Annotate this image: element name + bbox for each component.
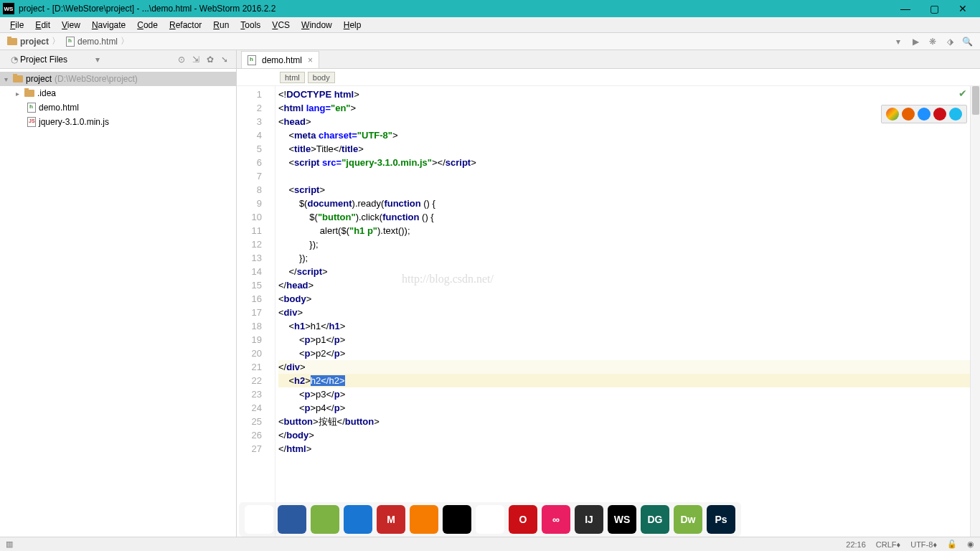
tree-item-label: jquery-3.1.0.min.js — [39, 117, 109, 127]
project-tool-window: ◔ Project Files ▾ ⊙ ⇲ ✿ ➘ ▾ project (D:\… — [0, 50, 237, 537]
breadcrumb-project[interactable]: project 〉 — [4, 34, 63, 49]
project-header: ◔ Project Files ▾ ⊙ ⇲ ✿ ➘ — [0, 50, 236, 69]
project-view-icon: ◔ — [9, 54, 20, 65]
menu-navigate[interactable]: Navigate — [86, 19, 131, 32]
status-hector-icon[interactable]: ◉ — [967, 540, 974, 549]
dock-app9[interactable]: ∞ — [542, 505, 570, 534]
project-tree[interactable]: ▾ project (D:\WebStore\project) ▸ .idea … — [0, 69, 236, 132]
dock-dreamweaver[interactable]: Dw — [674, 505, 702, 534]
breadcrumb-file-label: demo.html — [77, 37, 118, 47]
editor-breadcrumbs: html body — [237, 69, 980, 86]
status-bar: ▥ 22:16 CRLF♦ UTF-8♦ 🔓 ◉ — [0, 537, 980, 551]
tree-root-path: (D:\WebStore\project) — [55, 74, 138, 84]
status-encoding[interactable]: UTF-8♦ — [910, 540, 937, 549]
status-lock-icon[interactable]: 🔓 — [947, 540, 957, 549]
run-button[interactable]: ▶ — [908, 34, 923, 49]
dock-webstorm[interactable]: WS — [608, 505, 636, 534]
tree-item-label: .idea — [37, 88, 56, 98]
js-file-icon — [27, 117, 36, 127]
editor-tabs: demo.html × — [237, 50, 980, 69]
breadcrumb-project-label: project — [20, 37, 49, 47]
dropdown-icon[interactable]: ▾ — [95, 55, 100, 65]
menu-window[interactable]: Window — [296, 19, 338, 32]
dock-app6[interactable] — [410, 505, 438, 534]
dock-app5[interactable]: M — [377, 505, 405, 534]
debug-button[interactable]: ❋ — [925, 34, 940, 49]
menu-help[interactable]: Help — [338, 19, 367, 32]
dock-app1[interactable] — [245, 505, 273, 534]
open-in-firefox-icon[interactable] — [902, 108, 915, 121]
menu-run[interactable]: Run — [207, 19, 235, 32]
browser-preview-panel — [881, 105, 967, 123]
folder-icon — [7, 38, 17, 45]
folder-icon — [13, 75, 23, 83]
window-titlebar: WS project - [D:\WebStore\project] - ...… — [0, 0, 980, 17]
html-file-icon — [248, 55, 256, 65]
navigation-bar: project 〉 demo.html 〉 ▾ ▶ ❋ ⬗ 🔍 — [0, 33, 980, 50]
chevron-icon: 〉 — [52, 35, 60, 47]
dock-chrome[interactable] — [476, 505, 504, 534]
editor-tab-demo[interactable]: demo.html × — [241, 51, 319, 68]
tree-folder-idea[interactable]: ▸ .idea — [0, 86, 236, 100]
minimize-button[interactable]: — — [891, 0, 920, 17]
open-in-ie-icon[interactable] — [949, 108, 962, 121]
menu-code[interactable]: Code — [131, 19, 164, 32]
dock-intellij[interactable]: IJ — [575, 505, 603, 534]
open-in-safari-icon[interactable] — [918, 108, 930, 121]
menu-view[interactable]: View — [56, 19, 86, 32]
tab-close-icon[interactable]: × — [308, 55, 313, 65]
menu-refactor[interactable]: Refactor — [164, 19, 207, 32]
menu-file[interactable]: File — [4, 19, 29, 32]
maximize-button[interactable]: ▢ — [920, 0, 948, 17]
close-button[interactable]: ✕ — [948, 0, 977, 17]
tree-root[interactable]: ▾ project (D:\WebStore\project) — [0, 72, 236, 86]
dock-datagrip[interactable]: DG — [641, 505, 669, 534]
expand-arrow-icon[interactable]: ▾ — [4, 75, 13, 83]
breadcrumb-tag-body[interactable]: body — [308, 72, 335, 83]
tree-file-demo[interactable]: demo.html — [0, 100, 236, 115]
taskbar-dock: MO∞IJWSDGDwPs — [239, 502, 741, 537]
dock-app2[interactable] — [278, 505, 306, 534]
dock-app4[interactable] — [344, 505, 372, 534]
status-line-separator[interactable]: CRLF♦ — [876, 540, 900, 549]
menu-tools[interactable]: Tools — [235, 19, 266, 32]
config-dropdown[interactable]: ▾ — [891, 34, 905, 49]
scrollbar-thumb[interactable] — [972, 86, 979, 115]
menu-edit[interactable]: Edit — [29, 19, 56, 32]
dock-qq[interactable] — [443, 505, 471, 534]
tree-file-jquery[interactable]: jquery-3.1.0.min.js — [0, 115, 236, 129]
chevron-icon: 〉 — [121, 35, 129, 47]
expand-arrow-icon[interactable]: ▸ — [16, 90, 24, 98]
code-editor[interactable]: 1234567891011121314151617181920212223242… — [237, 86, 980, 537]
settings-icon[interactable]: ✿ — [204, 54, 216, 65]
open-in-chrome-icon[interactable] — [886, 108, 899, 121]
line-gutter: 1234567891011121314151617181920212223242… — [237, 86, 275, 537]
menu-vcs[interactable]: VCS — [266, 19, 296, 32]
collapse-all-icon[interactable]: ⇲ — [190, 54, 202, 65]
dock-photoshop[interactable]: Ps — [707, 505, 735, 534]
inspection-ok-icon: ✔ — [958, 88, 967, 99]
breadcrumb-tag-html[interactable]: html — [280, 72, 305, 83]
vertical-scrollbar[interactable] — [970, 86, 980, 537]
tab-label: demo.html — [262, 55, 302, 65]
code-content[interactable]: <!DOCTYPE html><html lang="en"><head> <m… — [275, 86, 980, 537]
tree-root-label: project — [26, 74, 52, 84]
open-in-opera-icon[interactable] — [933, 108, 946, 121]
folder-icon — [24, 90, 34, 97]
menu-bar: FileEditViewNavigateCodeRefactorRunTools… — [0, 17, 980, 33]
editor-area: demo.html × html body 123456789101112131… — [237, 50, 980, 537]
tree-item-label: demo.html — [39, 103, 79, 113]
project-header-title[interactable]: Project Files — [20, 55, 94, 65]
window-title: project - [D:\WebStore\project] - ...\de… — [19, 4, 891, 14]
html-file-icon — [27, 103, 36, 113]
status-icon[interactable]: ▥ — [6, 540, 13, 549]
app-icon: WS — [3, 3, 14, 14]
dock-opera[interactable]: O — [509, 505, 537, 534]
dock-app3[interactable] — [311, 505, 339, 534]
hide-icon[interactable]: ➘ — [219, 54, 230, 65]
breadcrumb-file[interactable]: demo.html 〉 — [63, 34, 132, 49]
scroll-from-source-icon[interactable]: ⊙ — [176, 54, 187, 65]
search-button[interactable]: 🔍 — [960, 34, 974, 49]
coverage-button[interactable]: ⬗ — [943, 34, 957, 49]
status-position[interactable]: 22:16 — [846, 540, 866, 549]
